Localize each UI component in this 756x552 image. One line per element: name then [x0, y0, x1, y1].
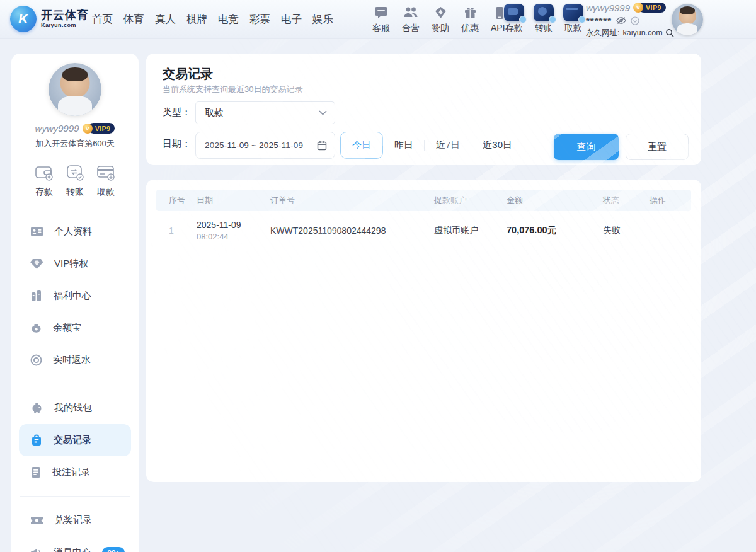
sidebar-transfer-button[interactable]: 转账 [61, 163, 89, 198]
nav-item-home[interactable]: 首页 [90, 11, 115, 28]
col-amount: 金额 [504, 195, 600, 206]
nav-item-lottery[interactable]: 彩票 [248, 11, 272, 28]
search-button[interactable]: 查询 [554, 134, 619, 160]
sidebar-item-rebate-label: 实时返水 [53, 354, 91, 366]
col-date: 日期 [194, 195, 268, 206]
sidebar-item-rebate[interactable]: 实时返水 [11, 344, 139, 376]
cell-amount: 70,076.00元 [504, 224, 600, 236]
table-row: 1 2025-11-09 08:02:44 KWWT20251109080244… [156, 211, 691, 250]
diamond-badge-icon [434, 5, 447, 20]
card-outline-icon [96, 163, 116, 182]
promotions-label: 优惠 [461, 23, 479, 34]
sidebar-item-vip-label: VIP特权 [54, 258, 88, 270]
cell-date: 2025-11-09 08:02:44 [194, 220, 268, 241]
id-card-icon [30, 226, 43, 237]
date-quick-ranges: 今日 昨日 近7日 近30日 [340, 132, 524, 159]
people-icon [403, 5, 418, 20]
nav-item-chess[interactable]: 棋牌 [185, 11, 209, 28]
magnifier-icon[interactable] [665, 28, 674, 37]
customer-service-label: 客服 [372, 23, 390, 34]
sidebar: wywy9999 V VIP9 加入开云体育第600天 存款 转账 [11, 54, 139, 552]
partners-label: 合营 [402, 23, 420, 34]
range-yesterday-button[interactable]: 昨日 [383, 132, 425, 159]
piggy-wallet-icon [30, 403, 43, 414]
nav-item-esports[interactable]: 电竞 [216, 11, 241, 28]
promotions-button[interactable]: 优惠 [459, 5, 481, 34]
profile-username: wywy9999 [35, 123, 79, 134]
nav-item-live[interactable]: 真人 [153, 11, 178, 28]
range-30days-button[interactable]: 近30日 [471, 132, 524, 159]
date-range-input[interactable]: 2025-11-09 ~ 2025-11-09 [195, 132, 335, 159]
cell-date-day: 2025-11-09 [197, 220, 268, 230]
sidebar-item-welfare[interactable]: 福利中心 [11, 280, 139, 312]
sidebar-item-wallet[interactable]: 我的钱包 [11, 392, 139, 424]
date-filter-label: 日期： [163, 138, 191, 150]
reset-button[interactable]: 重置 [626, 134, 689, 160]
sidebar-item-transactions[interactable]: 交易记录 [19, 424, 131, 456]
header-wallet-icons: 存款 转账 取款 [503, 5, 584, 34]
brand-domain: Kaiyun.com [41, 23, 89, 28]
transfer-button[interactable]: 转账 [533, 5, 554, 34]
records-table-card: 序号 日期 订单号 提款账户 金额 状态 操作 1 2025-11-09 08:… [146, 180, 701, 482]
nav-item-sports[interactable]: 体育 [122, 11, 146, 28]
header-avatar[interactable] [672, 4, 703, 35]
brand-logo-icon: K [10, 6, 37, 32]
sidebar-item-prizes[interactable]: 兑奖记录 [11, 504, 139, 536]
header-user-info: wywy9999 V VIP9 ****** 永久网址: kaiyun.com [586, 3, 671, 37]
permanent-url-label: 永久网址: [586, 29, 619, 37]
sidebar-item-bets[interactable]: 投注记录 [11, 456, 139, 488]
vip-badge: V VIP9 [633, 3, 666, 13]
sidebar-item-transactions-label: 交易记录 [54, 434, 91, 446]
sidebar-item-wallet-label: 我的钱包 [54, 402, 92, 414]
table-header-row: 序号 日期 订单号 提款账户 金额 状态 操作 [156, 190, 691, 211]
vip-gem-icon [30, 258, 43, 270]
chat-bubble-icon [374, 5, 388, 20]
sidebar-menu: 个人资料 VIP特权 福利中心 余额宝 实时返水 [11, 216, 139, 552]
permanent-url-value[interactable]: kaiyun.com [622, 29, 662, 37]
col-order-no: 订单号 [268, 195, 432, 206]
type-filter-label: 类型： [163, 106, 191, 118]
eye-off-icon[interactable] [616, 16, 626, 25]
deposit-button[interactable]: 存款 [503, 5, 525, 34]
filters-card: 交易记录 当前系统支持查询最近30日的交易记录 类型： 取款 日期： 2025-… [146, 54, 701, 165]
sidebar-item-vip[interactable]: VIP特权 [11, 248, 139, 280]
range-7days-button[interactable]: 近7日 [425, 132, 471, 159]
sidebar-withdraw-button[interactable]: 取款 [92, 163, 120, 198]
sidebar-item-profile[interactable]: 个人资料 [11, 216, 139, 248]
customer-service-button[interactable]: 客服 [370, 5, 392, 34]
wallet-outline-icon [34, 163, 54, 182]
sponsor-button[interactable]: 赞助 [430, 5, 451, 34]
cell-date-time: 08:02:44 [197, 232, 268, 241]
type-select[interactable]: 取款 [195, 101, 335, 124]
page-subtitle: 当前系统支持查询最近30日的交易记录 [163, 84, 302, 95]
sponsor-label: 赞助 [432, 23, 449, 34]
chevron-down-icon [319, 110, 327, 115]
sidebar-item-yuebao-label: 余额宝 [53, 322, 81, 334]
sidebar-transfer-label: 转账 [66, 187, 84, 198]
sidebar-deposit-button[interactable]: 存款 [30, 163, 58, 198]
transfer-tile-icon [534, 5, 554, 20]
cell-status: 失败 [600, 225, 647, 236]
membership-days: 加入开云体育第600天 [11, 138, 139, 149]
sidebar-item-messages[interactable]: 消息中心 99+ [11, 536, 139, 552]
calendar-icon [317, 141, 327, 151]
nav-item-entertainment[interactable]: 娱乐 [311, 11, 335, 28]
withdraw-button[interactable]: 取款 [563, 5, 584, 34]
date-range-value: 2025-11-09 ~ 2025-11-09 [205, 141, 317, 150]
transaction-bag-icon [30, 434, 43, 447]
withdraw-tile-icon [563, 5, 583, 20]
masked-balance: ****** [586, 16, 612, 25]
money-pot-icon [30, 322, 42, 334]
partners-button[interactable]: 合营 [400, 5, 421, 34]
withdraw-label: 取款 [564, 23, 582, 34]
nav-item-slots[interactable]: 电子 [279, 11, 304, 28]
range-today-button[interactable]: 今日 [340, 132, 383, 159]
brand-name: 开云体育 [41, 9, 89, 21]
refresh-balance-icon[interactable] [631, 16, 639, 25]
page-title: 交易记录 [163, 66, 213, 83]
sidebar-item-yuebao[interactable]: 余额宝 [11, 312, 139, 344]
header-username: wywy9999 [586, 3, 630, 13]
brand-logo[interactable]: K 开云体育 Kaiyun.com [10, 6, 89, 32]
megaphone-icon [30, 547, 43, 552]
col-action: 操作 [647, 195, 691, 206]
